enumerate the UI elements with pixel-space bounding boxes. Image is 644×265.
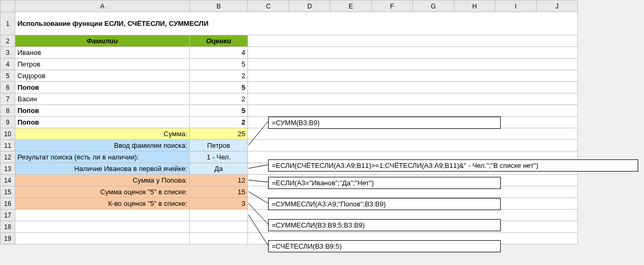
empty-cell[interactable] bbox=[248, 47, 578, 59]
formula-callout: =СУММЕСЛИ(B3:B9;5;B3:B9) bbox=[268, 219, 501, 231]
row-header[interactable]: 1 bbox=[1, 12, 15, 35]
lookup-label[interactable]: Наличие Иванова в первой ячейке: bbox=[15, 163, 190, 175]
col-header-B[interactable]: B bbox=[190, 1, 248, 12]
lookup-label[interactable]: Ввод фамилии поиска: bbox=[15, 140, 190, 152]
row-header[interactable]: 9 bbox=[1, 117, 15, 128]
grade-cell[interactable]: 2 bbox=[190, 70, 248, 82]
name-cell[interactable]: Попов bbox=[15, 117, 190, 128]
empty-cell[interactable] bbox=[248, 59, 578, 70]
empty-cell[interactable] bbox=[248, 82, 578, 93]
formula-callout: =СУММ(B3:B9) bbox=[268, 117, 501, 129]
grade-cell[interactable]: 2 bbox=[190, 117, 248, 128]
row-header[interactable]: 2 bbox=[1, 35, 15, 47]
row-header[interactable]: 6 bbox=[1, 82, 15, 93]
lookup-value[interactable]: Да bbox=[190, 163, 248, 175]
col-header-E[interactable]: E bbox=[330, 1, 372, 12]
empty-cell[interactable] bbox=[248, 128, 578, 140]
grade-cell[interactable]: 5 bbox=[190, 59, 248, 70]
formula-callout: =ЕСЛИ(A3="Иванов";"Да";"Нет") bbox=[268, 177, 501, 189]
lookup-label[interactable]: Сумма у Попова: bbox=[15, 175, 190, 186]
name-cell[interactable]: Сидоров bbox=[15, 70, 190, 82]
empty-cell[interactable] bbox=[248, 35, 578, 47]
formula-callout: =СУММЕСЛИ(A3:A9;"Попов";B3:B9) bbox=[268, 198, 501, 210]
grade-cell[interactable]: 4 bbox=[190, 47, 248, 59]
empty-cell[interactable] bbox=[15, 210, 190, 221]
row-header[interactable]: 7 bbox=[1, 93, 15, 105]
empty-cell[interactable] bbox=[190, 233, 248, 244]
col-header-I[interactable]: I bbox=[495, 1, 537, 12]
empty-cell[interactable] bbox=[248, 105, 578, 117]
row-header[interactable]: 18 bbox=[1, 221, 15, 233]
row-header[interactable]: 3 bbox=[1, 47, 15, 59]
empty-cell[interactable] bbox=[248, 140, 578, 152]
formula-callout: =СЧЁТЕСЛИ(B3:B9;5) bbox=[268, 240, 501, 252]
row-header[interactable]: 16 bbox=[1, 198, 15, 210]
lookup-label[interactable]: К-во оценок "5" в списке: bbox=[15, 198, 190, 210]
row-header[interactable]: 19 bbox=[1, 233, 15, 244]
header-families[interactable]: Фамилии bbox=[15, 35, 190, 47]
empty-cell[interactable] bbox=[190, 221, 248, 233]
row-header[interactable]: 13 bbox=[1, 163, 15, 175]
col-header-F[interactable]: F bbox=[372, 1, 413, 12]
header-grades[interactable]: Оценки bbox=[190, 35, 248, 47]
empty-cell[interactable] bbox=[248, 70, 578, 82]
row-header[interactable]: 4 bbox=[1, 59, 15, 70]
row-header[interactable]: 15 bbox=[1, 186, 15, 198]
lookup-value[interactable]: 12 bbox=[190, 175, 248, 186]
lookup-value[interactable]: 3 bbox=[190, 198, 248, 210]
col-header-G[interactable]: G bbox=[413, 1, 454, 12]
row-header[interactable]: 10 bbox=[1, 128, 15, 140]
name-cell[interactable]: Иванов bbox=[15, 47, 190, 59]
sum-value[interactable]: 25 bbox=[190, 128, 248, 140]
col-header-C[interactable]: C bbox=[248, 1, 289, 12]
corner-cell[interactable] bbox=[1, 1, 15, 12]
name-cell[interactable]: Петров bbox=[15, 59, 190, 70]
col-header-J[interactable]: J bbox=[537, 1, 578, 12]
name-cell[interactable]: Попов bbox=[15, 105, 190, 117]
col-header-A[interactable]: A bbox=[15, 1, 190, 12]
row-header[interactable]: 5 bbox=[1, 70, 15, 82]
empty-cell[interactable] bbox=[190, 210, 248, 221]
formula-callout: =ЕСЛИ(СЧЁТЕСЛИ(A3:A9;B11)>=1;СЧЁТЕСЛИ(A3… bbox=[268, 159, 638, 172]
row-header[interactable]: 14 bbox=[1, 175, 15, 186]
col-header-H[interactable]: H bbox=[454, 1, 495, 12]
grade-cell[interactable]: 5 bbox=[190, 105, 248, 117]
row-header[interactable]: 12 bbox=[1, 152, 15, 163]
title-cell[interactable]: Использование функции ЕСЛИ, СЧЁТЕСЛИ, СУ… bbox=[15, 12, 578, 35]
col-header-D[interactable]: D bbox=[289, 1, 330, 12]
name-cell[interactable]: Попов bbox=[15, 82, 190, 93]
grade-cell[interactable]: 2 bbox=[190, 93, 248, 105]
empty-cell[interactable] bbox=[15, 233, 190, 244]
row-header[interactable]: 17 bbox=[1, 210, 15, 221]
empty-cell[interactable] bbox=[15, 221, 190, 233]
empty-cell[interactable] bbox=[248, 93, 578, 105]
lookup-value[interactable]: 1 - Чел. bbox=[190, 152, 248, 163]
name-cell[interactable]: Васин bbox=[15, 93, 190, 105]
lookup-value[interactable]: 15 bbox=[190, 186, 248, 198]
grade-cell[interactable]: 5 bbox=[190, 82, 248, 93]
lookup-value[interactable]: Петров bbox=[190, 140, 248, 152]
row-header[interactable]: 8 bbox=[1, 105, 15, 117]
sum-label[interactable]: Сумма: bbox=[15, 128, 190, 140]
lookup-label[interactable]: Сумма оценок "5" в списке: bbox=[15, 186, 190, 198]
lookup-label[interactable]: Результат поиска (есть ли в наличии): bbox=[15, 152, 190, 163]
row-header[interactable]: 11 bbox=[1, 140, 15, 152]
